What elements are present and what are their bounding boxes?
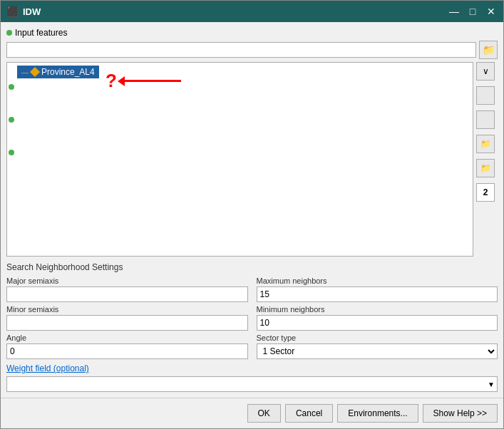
- max-neighbors-input[interactable]: [257, 286, 498, 302]
- weight-field-dropdown[interactable]: [6, 376, 498, 392]
- major-semiaxis-input[interactable]: [6, 286, 248, 302]
- chevron-down-icon: ∨: [483, 66, 489, 76]
- side-indicators: [9, 84, 14, 155]
- chevron-down-button[interactable]: ∨: [476, 62, 495, 81]
- maximize-button[interactable]: □: [466, 6, 479, 16]
- angle-input[interactable]: [6, 343, 248, 359]
- close-button[interactable]: ✕: [485, 6, 498, 16]
- idw-window: ⬛ IDW — □ ✕ Input features 📁: [0, 0, 504, 429]
- number-badge: 2: [476, 183, 495, 202]
- blank-btn-2: [476, 110, 495, 129]
- window-title: IDW: [23, 6, 41, 17]
- folder-icon-2: 📁: [480, 163, 491, 173]
- folder-button-1[interactable]: 📁: [476, 135, 495, 153]
- angle-group: Angle: [6, 334, 248, 359]
- cancel-button[interactable]: Cancel: [285, 404, 333, 423]
- max-neighbors-label: Maximum neighbors: [257, 276, 498, 285]
- input-features-folder-button[interactable]: 📁: [479, 41, 498, 59]
- major-semiaxis-label: Major semiaxis: [6, 276, 248, 285]
- sector-type-label: Sector type: [257, 334, 498, 342]
- main-panel: — Province_AL4 ?: [6, 62, 498, 257]
- window-body: Input features 📁 —: [1, 22, 503, 398]
- ok-button[interactable]: OK: [247, 404, 281, 423]
- tree-expand-icon: —: [21, 68, 29, 76]
- folder-icon-1: 📁: [480, 139, 491, 149]
- title-bar-left: ⬛ IDW: [6, 6, 41, 17]
- tree-item-label: Province_AL4: [41, 67, 95, 77]
- right-panel: ∨ 📁 📁 2: [476, 62, 498, 257]
- title-bar-controls: — □ ✕: [448, 6, 498, 16]
- minor-semiaxis-group: Minor semiaxis: [6, 305, 248, 331]
- folder-icon: 📁: [483, 44, 495, 56]
- tree-panel: — Province_AL4 ?: [6, 62, 473, 257]
- min-neighbors-label: Minimum neighbors: [257, 305, 498, 314]
- sector-type-group: Sector type 1 Sector 4 Sectors 4 Sectors…: [257, 334, 498, 359]
- input-features-label: Input features: [15, 28, 67, 38]
- blank-btn-1: [476, 86, 495, 105]
- question-mark: ?: [106, 70, 117, 92]
- arrow-head: [118, 76, 125, 86]
- settings-form: Major semiaxis Maximum neighbors Minor s…: [6, 276, 498, 359]
- show-help-button[interactable]: Show Help >>: [423, 404, 498, 423]
- arrow-annotation: [124, 80, 181, 82]
- indicator-1: [9, 84, 14, 90]
- arrow-line: [124, 80, 181, 82]
- indicator-3: [9, 150, 14, 155]
- input-features-dropdown[interactable]: [6, 42, 476, 58]
- angle-label: Angle: [6, 334, 248, 342]
- weight-dropdown-wrap: ▼: [6, 376, 498, 392]
- weight-field-label[interactable]: Weight field (optional): [6, 363, 498, 373]
- settings-title: Search Neighborhood Settings: [6, 262, 498, 272]
- bottom-buttons: OK Cancel Environments... Show Help >>: [1, 398, 503, 428]
- max-neighbors-group: Maximum neighbors: [257, 276, 498, 302]
- window-icon: ⬛: [6, 6, 19, 17]
- settings-area: Search Neighborhood Settings Major semia…: [6, 262, 498, 392]
- input-features-indicator: [6, 30, 12, 36]
- minor-semiaxis-label: Minor semiaxis: [6, 305, 248, 314]
- minimize-button[interactable]: —: [448, 6, 461, 16]
- major-semiaxis-group: Major semiaxis: [6, 276, 248, 302]
- title-bar: ⬛ IDW — □ ✕: [1, 1, 503, 22]
- input-features-row: 📁: [6, 41, 498, 59]
- annotation: ?: [100, 70, 181, 92]
- weight-field-section: Weight field (optional) ▼: [6, 363, 498, 392]
- min-neighbors-group: Minimum neighbors: [257, 305, 498, 331]
- minor-semiaxis-input[interactable]: [6, 315, 248, 331]
- environments-button[interactable]: Environments...: [337, 404, 418, 423]
- input-features-label-row: Input features: [6, 28, 498, 38]
- tree-item-province[interactable]: — Province_AL4: [17, 66, 99, 78]
- indicator-2: [9, 117, 14, 123]
- min-neighbors-input[interactable]: [257, 315, 498, 331]
- folder-button-2[interactable]: 📁: [476, 159, 495, 177]
- sector-type-select[interactable]: 1 Sector 4 Sectors 4 Sectors with offset…: [257, 343, 498, 359]
- diamond-icon: [30, 67, 40, 77]
